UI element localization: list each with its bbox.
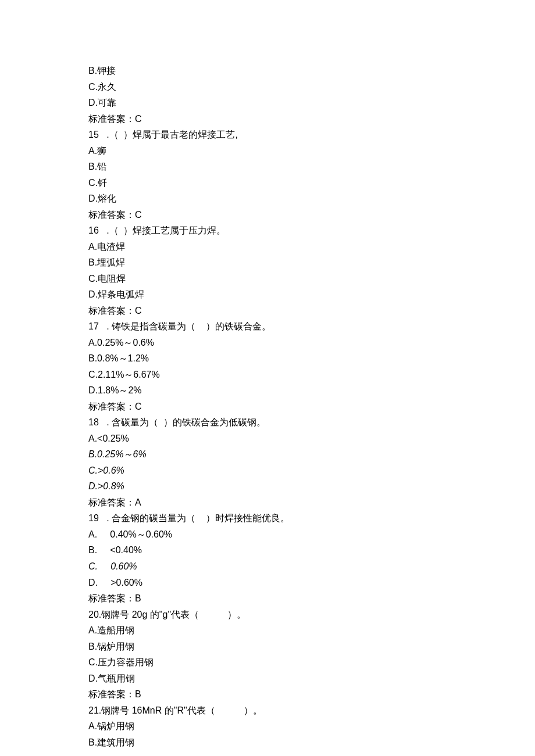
text-line: C.电阻焊: [88, 271, 535, 287]
text-line: C.>0.6%: [88, 463, 535, 479]
text-line: C. 0.60%: [88, 558, 535, 575]
text-line: B.0.25%～6%: [88, 446, 535, 463]
text-line: 21.钢牌号 16MnR 的"R"代表（ ）。: [88, 703, 535, 719]
text-line: 15 .（ ）焊属于最古老的焊接工艺,: [88, 127, 535, 143]
text-line: D.气瓶用钢: [88, 671, 535, 687]
text-line: A.0.25%～0.6%: [88, 335, 535, 351]
text-line: D. >0.60%: [88, 575, 535, 591]
text-line: 标准答案：C: [88, 111, 535, 127]
text-line: 标准答案：B: [88, 686, 535, 703]
text-line: A.造船用钢: [88, 622, 535, 639]
text-line: C.压力容器用钢: [88, 654, 535, 671]
text-line: 标准答案：B: [88, 590, 535, 607]
text-line: C.2.11%～6.67%: [88, 367, 535, 383]
text-line: D.可靠: [88, 95, 535, 111]
text-line: 标准答案：C: [88, 303, 535, 319]
text-line: A.<0.25%: [88, 431, 535, 447]
text-line: D.>0.8%: [88, 478, 535, 495]
text-line: C.永久: [88, 79, 535, 95]
text-line: B.锅炉用钢: [88, 639, 535, 655]
document-page: B.钾接C.永久D.可靠标准答案：C15 .（ ）焊属于最古老的焊接工艺,A.狮…: [0, 0, 535, 756]
text-line: B.0.8%～1.2%: [88, 350, 535, 367]
text-line: D.熔化: [88, 191, 535, 207]
text-line: 标准答案：C: [88, 207, 535, 223]
text-line: A. 0.40%～0.60%: [88, 526, 535, 543]
text-line: B.埋弧焊: [88, 255, 535, 271]
text-line: 18 . 含碳量为（ ）的铁碳合金为低碳钢。: [88, 414, 535, 431]
text-line: B.钾接: [88, 63, 535, 79]
text-line: 17 . 铸铁是指含碳量为（ ）的铁碳合金。: [88, 318, 535, 335]
text-line: B. <0.40%: [88, 542, 535, 558]
text-line: D.焊条电弧焊: [88, 286, 535, 303]
text-line: B.建筑用钢: [88, 734, 535, 751]
text-line: 19 . 合金钢的碳当量为（ ）时焊接性能优良。: [88, 510, 535, 526]
text-line: 标准答案：A: [88, 495, 535, 511]
text-line: D.1.8%～2%: [88, 382, 535, 399]
text-line: B.铅: [88, 159, 535, 175]
text-line: A.锅炉用钢: [88, 718, 535, 734]
text-line: A.电渣焊: [88, 239, 535, 255]
text-line: C.钎: [88, 175, 535, 191]
text-line: A.狮: [88, 143, 535, 159]
text-line: 标准答案：C: [88, 399, 535, 415]
text-line: 20.钢牌号 20g 的"g"代表（ ）。: [88, 607, 535, 623]
text-line: 16 .（ ）焊接工艺属于压力焊。: [88, 223, 535, 239]
